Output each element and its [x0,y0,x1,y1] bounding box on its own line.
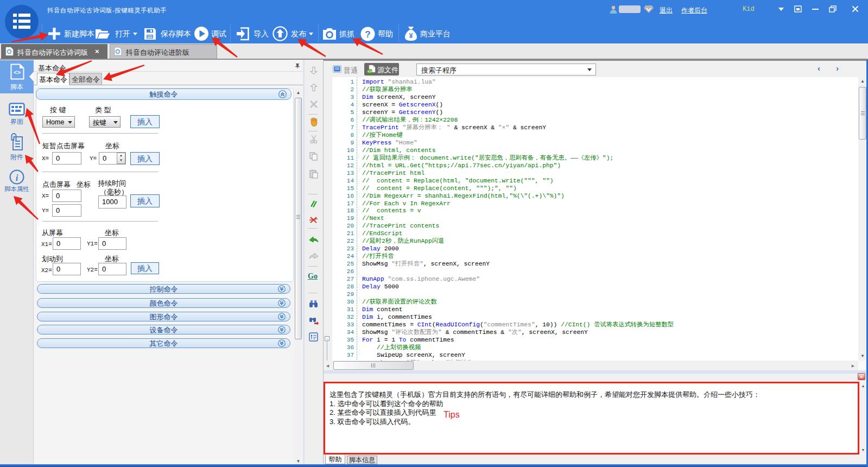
svg-text:i: i [16,173,18,183]
svg-text:<>: <> [368,70,372,74]
svg-text:<>: <> [14,70,21,76]
svg-text:¥: ¥ [409,32,413,40]
svg-text:?: ? [365,29,370,40]
